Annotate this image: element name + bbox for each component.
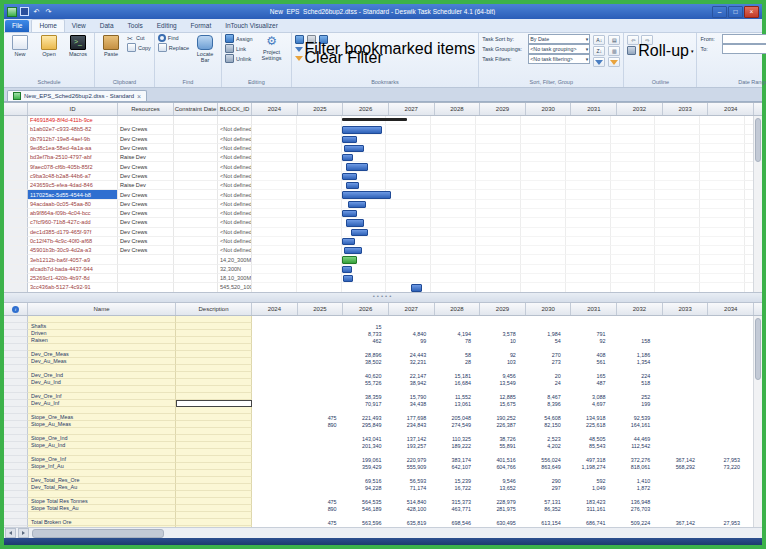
cell-id[interactable]: afcadb7d-bada-4437-944 — [28, 265, 118, 274]
gantt-cell[interactable] — [431, 228, 476, 237]
cell-name[interactable]: Stope_Ore_Meas — [28, 414, 176, 421]
gantt-cell[interactable] — [431, 246, 476, 255]
gantt-cell[interactable] — [476, 172, 521, 181]
gantt-cell[interactable] — [566, 172, 611, 181]
cell-value-2029[interactable]: 38,726 — [476, 435, 521, 442]
report-row[interactable]: Dev_Au_Inf70,91734,43813,06115,6758,3964… — [4, 400, 753, 407]
cell-value-2027[interactable]: 234,843 — [386, 421, 431, 428]
gantt-cell[interactable] — [700, 172, 745, 181]
cell-value-2031[interactable]: 225,618 — [566, 421, 611, 428]
cell-value-2031[interactable]: 85,543 — [566, 442, 611, 449]
cell-value-2029[interactable] — [476, 323, 521, 330]
gantt-bar-task[interactable] — [346, 163, 368, 170]
cell-value-2034[interactable] — [700, 421, 745, 428]
cell-value-2028[interactable] — [431, 316, 476, 323]
cell-description[interactable] — [176, 344, 252, 351]
cell-resources[interactable]: Dev Crews — [118, 237, 174, 246]
cell-value-2025[interactable] — [297, 449, 342, 456]
gantt-timeline-row[interactable] — [252, 162, 745, 171]
gantt-cell[interactable] — [611, 162, 656, 171]
gantt-cell[interactable] — [566, 228, 611, 237]
year-header-2025[interactable]: 2025 — [298, 303, 344, 315]
gantt-cell[interactable] — [611, 116, 656, 125]
cell-value-2026[interactable] — [342, 449, 387, 456]
cell-resources[interactable]: Dev Crews — [118, 218, 174, 227]
cell-constraint-date[interactable] — [174, 237, 218, 246]
cell-value-2032[interactable]: 518 — [611, 379, 656, 386]
cell-block-id[interactable]: <Not defined — [218, 190, 252, 199]
cell-value-2026[interactable]: 55,726 — [342, 379, 387, 386]
cell-value-2034[interactable]: 73,220 — [700, 463, 745, 470]
document-tab[interactable]: New_EPS_Sched26bup2.dtss - Standard × — [7, 90, 147, 101]
cell-value-2034[interactable] — [700, 428, 745, 435]
report-row[interactable]: Driven8,7334,8404,1943,5781,984791 — [4, 330, 753, 337]
cell-value-2024[interactable] — [252, 365, 297, 372]
cut-button[interactable]: ✂ Cut — [127, 34, 151, 42]
gantt-cell[interactable] — [476, 144, 521, 153]
gantt-cell[interactable] — [476, 125, 521, 134]
cell-block-id[interactable]: <Not defined — [218, 200, 252, 209]
gantt-cell[interactable] — [700, 135, 745, 144]
cell-value-2026[interactable]: 564,535 — [342, 498, 387, 505]
cell-description[interactable] — [176, 498, 252, 505]
minimize-button[interactable]: – — [712, 6, 727, 18]
cell-value-2026[interactable]: 70,917 — [342, 400, 387, 407]
gantt-cell[interactable] — [252, 190, 297, 199]
gantt-cell[interactable] — [252, 135, 297, 144]
cell-value-2024[interactable] — [252, 421, 297, 428]
cell-id[interactable]: 25269cf1-420b-4b97-8d — [28, 274, 118, 283]
cell-resources[interactable] — [118, 255, 174, 264]
cell-value-2033[interactable] — [655, 365, 700, 372]
cell-value-2030[interactable]: 863,649 — [521, 463, 566, 470]
task-row[interactable]: c7fcf960-71b8-427c-addDev Crews<Not defi… — [4, 218, 753, 227]
cell-block-id[interactable]: <Not defined — [218, 246, 252, 255]
cell-value-2031[interactable]: 48,505 — [566, 435, 611, 442]
gantt-timeline-row[interactable] — [252, 209, 745, 218]
cell-description[interactable] — [176, 414, 252, 421]
cell-block-id[interactable]: 545,520_100 — [218, 283, 252, 292]
gantt-cell[interactable] — [566, 144, 611, 153]
cell-description[interactable] — [176, 379, 252, 386]
cell-id[interactable]: 117025ac-5d55-4544-b8 — [28, 190, 118, 199]
cell-value-2026[interactable]: 94,228 — [342, 484, 387, 491]
gantt-cell[interactable] — [476, 228, 521, 237]
cell-value-2034[interactable] — [700, 386, 745, 393]
cell-value-2034[interactable] — [700, 449, 745, 456]
gantt-bar-task[interactable] — [411, 284, 422, 291]
year-header-2034[interactable]: 2034 — [708, 303, 754, 315]
gantt-cell[interactable] — [386, 218, 431, 227]
gantt-cell[interactable] — [655, 283, 700, 292]
gantt-cell[interactable] — [655, 162, 700, 171]
gantt-cell[interactable] — [431, 218, 476, 227]
cell-value-2026[interactable]: 69,516 — [342, 477, 387, 484]
task-row[interactable]: 243659c5-efea-4dad-846Raise Dev<Not defi… — [4, 181, 753, 190]
cell-value-2028[interactable]: 642,107 — [431, 463, 476, 470]
cell-value-2027[interactable] — [386, 316, 431, 323]
cell-value-2032[interactable]: 92,539 — [611, 414, 656, 421]
cell-value-2025[interactable] — [297, 477, 342, 484]
cell-value-2028[interactable]: 28 — [431, 358, 476, 365]
gantt-cell[interactable] — [611, 246, 656, 255]
gantt-cell[interactable] — [252, 209, 297, 218]
cell-description[interactable] — [176, 519, 252, 526]
cell-value-2034[interactable]: 27,953 — [700, 519, 745, 526]
cell-constraint-date[interactable] — [174, 144, 218, 153]
year-header-2034[interactable]: 2034 — [708, 103, 754, 115]
gantt-cell[interactable] — [655, 200, 700, 209]
cell-value-2024[interactable] — [252, 484, 297, 491]
gantt-timeline-row[interactable] — [252, 144, 745, 153]
cell-value-2024[interactable] — [252, 400, 297, 407]
cell-value-2029[interactable]: 228,979 — [476, 498, 521, 505]
cell-value-2029[interactable] — [476, 470, 521, 477]
panel-splitter[interactable]: ••••• — [4, 292, 762, 303]
cell-value-2033[interactable] — [655, 323, 700, 330]
gantt-timeline-row[interactable] — [252, 283, 745, 292]
gantt-cell[interactable] — [431, 125, 476, 134]
cell-resources[interactable]: Dev Crews — [118, 162, 174, 171]
cell-value-2026[interactable] — [342, 316, 387, 323]
gantt-cell[interactable] — [252, 162, 297, 171]
cell-value-2026[interactable] — [342, 512, 387, 519]
gantt-cell[interactable] — [431, 116, 476, 125]
cell-value-2034[interactable] — [700, 414, 745, 421]
cell-value-2033[interactable] — [655, 337, 700, 344]
